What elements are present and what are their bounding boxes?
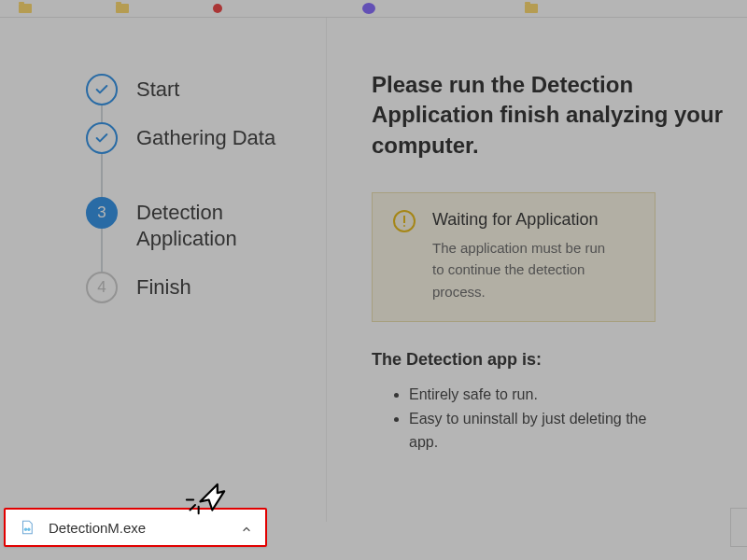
step-finish: 4 Finish — [86, 272, 289, 320]
cursor-click-indicator — [185, 474, 226, 515]
bookmark-folder-icon[interactable] — [525, 4, 538, 13]
step-check-icon — [86, 74, 118, 105]
wizard-main: Start Gathering Data 3 Detection Applica… — [0, 18, 747, 522]
bookmark-misc-icon[interactable] — [362, 3, 375, 14]
wizard-content-panel: Please run the Detection Application fin… — [327, 18, 747, 522]
step-label: Detection Application — [136, 197, 286, 251]
step-label: Start — [136, 74, 179, 103]
download-filename: DetectionM.exe — [49, 520, 241, 536]
wizard-steps-panel: Start Gathering Data 3 Detection Applica… — [0, 18, 327, 522]
download-item[interactable]: DetectionM.exe — [4, 508, 267, 547]
step-detection-application: 3 Detection Application — [86, 197, 289, 272]
bullet-item: Entirely safe to run. — [409, 383, 670, 407]
info-bullets: Entirely safe to run. Easy to uninstall … — [372, 383, 747, 455]
alert-body: The application must be run to continue … — [432, 237, 619, 302]
step-check-icon — [86, 122, 118, 154]
waiting-alert: Waiting for Application The application … — [372, 192, 655, 322]
step-gathering-data: Gathering Data — [86, 122, 289, 197]
svg-line-2 — [190, 505, 196, 511]
alert-title: Waiting for Application — [432, 210, 619, 230]
browser-bookmarks-bar — [0, 0, 747, 17]
page-heading: Please run the Detection Application fin… — [372, 70, 747, 161]
bullet-item: Easy to uninstall by just deleting the a… — [409, 407, 670, 455]
step-label: Finish — [136, 272, 191, 301]
svg-point-0 — [24, 528, 27, 531]
step-number-icon: 4 — [86, 272, 118, 303]
bookmark-folder-icon[interactable] — [19, 4, 32, 13]
bookmark-pin-icon[interactable] — [213, 4, 222, 13]
step-label: Gathering Data — [136, 122, 275, 151]
exe-file-icon — [19, 519, 35, 536]
svg-point-1 — [27, 528, 30, 531]
warning-icon — [393, 210, 416, 232]
show-all-downloads-button[interactable] — [730, 508, 747, 547]
step-start: Start — [86, 74, 289, 122]
step-number-icon: 3 — [86, 197, 118, 229]
chevron-up-icon[interactable] — [241, 522, 252, 533]
bookmark-folder-icon[interactable] — [116, 4, 129, 13]
list-heading: The Detection app is: — [372, 350, 747, 370]
